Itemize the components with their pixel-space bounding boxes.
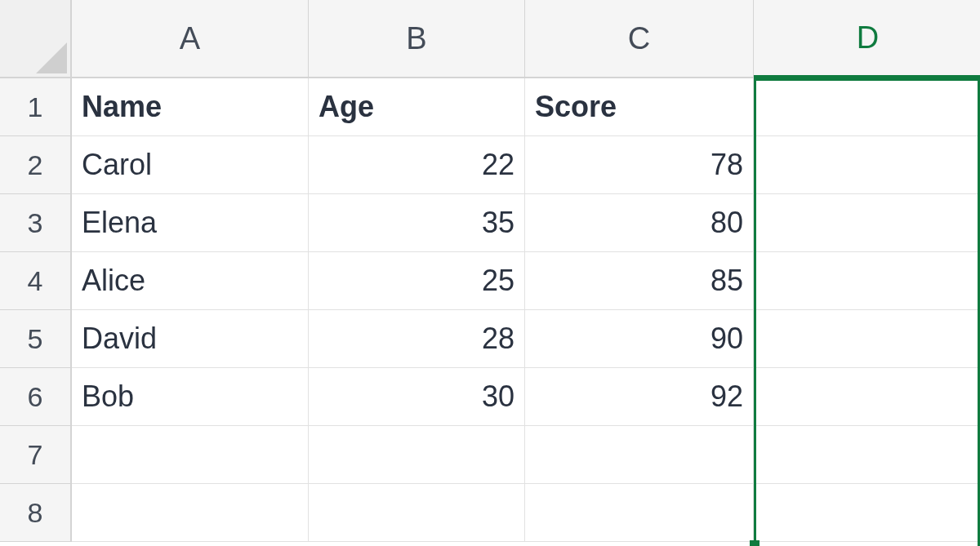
cell-B8[interactable] [309, 484, 525, 542]
col-header-B[interactable]: B [309, 0, 525, 78]
col-header-D[interactable]: D [754, 0, 980, 78]
table-row [72, 484, 980, 542]
cell-B4[interactable]: 25 [309, 252, 525, 310]
col-header-A[interactable]: A [72, 0, 309, 78]
cell-D6[interactable] [754, 368, 980, 426]
cell-A1[interactable]: Name [72, 78, 309, 136]
cell-A6[interactable]: Bob [72, 368, 309, 426]
cell-D8[interactable] [754, 484, 980, 542]
cell-D4[interactable] [754, 252, 980, 310]
cell-A7[interactable] [72, 426, 309, 484]
cell-B7[interactable] [309, 426, 525, 484]
row-header-2[interactable]: 2 [0, 136, 72, 194]
cell-C4[interactable]: 85 [525, 252, 754, 310]
cell-C3[interactable]: 80 [525, 194, 754, 252]
table-row: Bob 30 92 [72, 368, 980, 426]
table-row [72, 426, 980, 484]
row-header-1[interactable]: 1 [0, 78, 72, 136]
cell-C5[interactable]: 90 [525, 310, 754, 368]
cell-D7[interactable] [754, 426, 980, 484]
cell-D1[interactable] [754, 78, 980, 136]
cell-grid: Name Age Score Carol 22 78 Elena 35 80 A… [72, 78, 980, 542]
cell-C8[interactable] [525, 484, 754, 542]
select-all-corner[interactable] [0, 0, 72, 78]
cell-B2[interactable]: 22 [309, 136, 525, 194]
cell-D2[interactable] [754, 136, 980, 194]
column-headers: A B C D [72, 0, 980, 78]
table-row: Elena 35 80 [72, 194, 980, 252]
cell-C2[interactable]: 78 [525, 136, 754, 194]
cell-D3[interactable] [754, 194, 980, 252]
row-headers: 1 2 3 4 5 6 7 8 [0, 78, 72, 542]
cell-A4[interactable]: Alice [72, 252, 309, 310]
cell-B5[interactable]: 28 [309, 310, 525, 368]
cell-C1[interactable]: Score [525, 78, 754, 136]
table-row: Carol 22 78 [72, 136, 980, 194]
row-header-8[interactable]: 8 [0, 484, 72, 542]
cell-B1[interactable]: Age [309, 78, 525, 136]
spreadsheet: A B C D 1 2 3 4 5 6 7 8 Name Age Score C… [0, 0, 980, 546]
row-header-5[interactable]: 5 [0, 310, 72, 368]
cell-A3[interactable]: Elena [72, 194, 309, 252]
row-header-7[interactable]: 7 [0, 426, 72, 484]
col-header-C[interactable]: C [525, 0, 754, 78]
cell-B3[interactable]: 35 [309, 194, 525, 252]
row-header-6[interactable]: 6 [0, 368, 72, 426]
cell-A5[interactable]: David [72, 310, 309, 368]
table-row: Alice 25 85 [72, 252, 980, 310]
cell-D5[interactable] [754, 310, 980, 368]
cell-B6[interactable]: 30 [309, 368, 525, 426]
row-header-4[interactable]: 4 [0, 252, 72, 310]
cell-C6[interactable]: 92 [525, 368, 754, 426]
cell-C7[interactable] [525, 426, 754, 484]
row-header-3[interactable]: 3 [0, 194, 72, 252]
cell-A2[interactable]: Carol [72, 136, 309, 194]
table-row: Name Age Score [72, 78, 980, 136]
table-row: David 28 90 [72, 310, 980, 368]
cell-A8[interactable] [72, 484, 309, 542]
